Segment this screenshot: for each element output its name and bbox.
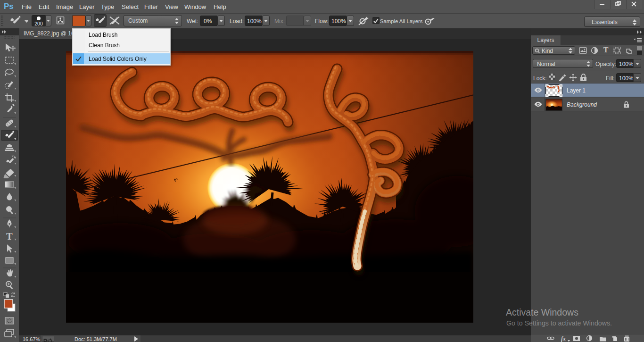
- svg-text:T: T: [6, 231, 13, 242]
- svg-text:fx: fx: [561, 335, 566, 342]
